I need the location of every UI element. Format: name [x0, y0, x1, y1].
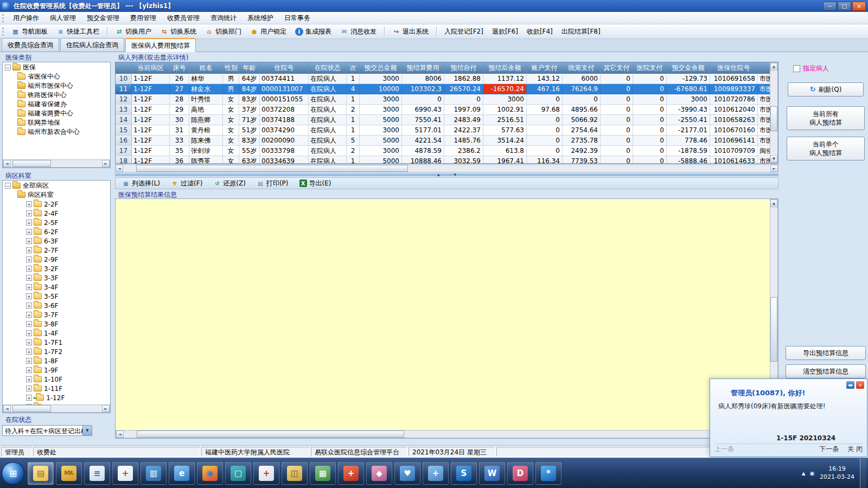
expand-toggle[interactable]: + [26, 201, 32, 207]
insurance-tree-item[interactable]: 福州市新农合中心 [3, 127, 110, 137]
input-method-icon[interactable]: ▣ [810, 471, 815, 476]
presettle-all-button[interactable]: 当前所有 病人预结算 [787, 106, 865, 130]
ie-icon[interactable]: e [169, 462, 195, 485]
next-message-link[interactable]: 下一条 [819, 445, 839, 454]
menu-daily-affairs[interactable]: 日常事务 [279, 12, 316, 24]
toolbar-grip[interactable] [2, 28, 4, 36]
ward-tree-item[interactable]: +3-4F [3, 282, 110, 292]
patient-row[interactable]: 151-12F31黄丹榕女51岁00374290在院病人130005177.01… [116, 125, 778, 136]
swoosh2-app-icon[interactable]: * [535, 462, 561, 485]
clear-presettle-button[interactable]: 清空预结算信息 [786, 364, 866, 378]
chrome-icon[interactable]: ◉ [197, 462, 223, 485]
filter-button[interactable]: ▼过滤(F) [169, 178, 205, 189]
ward-tree-item[interactable]: +2-5F [3, 218, 110, 227]
his-app-icon[interactable]: ♥ [394, 462, 420, 485]
column-header[interactable]: 预交金余额 [667, 62, 710, 74]
scroll-right-arrow[interactable]: ► [102, 405, 110, 412]
switch-user-button[interactable]: ⇄切换用户 [111, 25, 155, 38]
swoosh-app-icon[interactable]: S [451, 462, 477, 485]
patient-row[interactable]: 171-12F35张剑珍女55岁00333798在院病人230004878.59… [116, 146, 778, 156]
scroll-up-arrow[interactable]: ▲ [770, 63, 777, 70]
maximize-button[interactable]: □ [838, 2, 851, 11]
medical-app-icon[interactable]: + [253, 462, 279, 485]
ward-tree-item[interactable]: +3-5F [3, 292, 110, 301]
insurance-tree-hscrollbar[interactable]: ◄► [3, 159, 110, 168]
his-app2-icon[interactable]: + [423, 462, 449, 485]
integrated-reports-button[interactable]: i集成报表 [291, 25, 335, 38]
remote-desktop-icon[interactable]: ▢ [225, 462, 251, 485]
splitter-handle[interactable]: ▲ ▼ [437, 172, 456, 176]
expand-toggle[interactable]: + [26, 247, 32, 253]
expand-toggle[interactable]: + [26, 312, 32, 318]
insurance-tree-item[interactable]: 福建省保健办 [3, 100, 110, 109]
inpatient-status-combo[interactable]: 待入科+在院+病区登记出科 ▼ [2, 425, 92, 436]
specify-patient-option[interactable]: 指定病人 [793, 64, 829, 73]
switch-dept-button[interactable]: ⌂切换部门 [201, 25, 245, 38]
expand-toggle[interactable]: + [26, 238, 32, 244]
expand-toggle[interactable]: − [5, 65, 11, 70]
switch-system-button[interactable]: ⇆切换系统 [156, 25, 200, 38]
menu-grip[interactable] [2, 14, 4, 22]
ward-tree-item[interactable]: +1-7F1 [3, 338, 110, 347]
patient-row[interactable]: 181-12F36陈秀英女63岁00334639在院病人1500010888.4… [116, 156, 778, 164]
expand-toggle[interactable]: + [26, 367, 32, 373]
expand-toggle[interactable]: + [26, 293, 32, 299]
expand-toggle[interactable]: + [26, 358, 32, 364]
export-presettle-button[interactable]: 导出预结算信息 [786, 346, 866, 360]
exit-system-button[interactable]: ↪退出系统 [388, 25, 432, 38]
ward-tree-item[interactable]: +3-3F [3, 273, 110, 282]
column-header[interactable]: 次 [347, 62, 360, 74]
patient-row[interactable]: 101-12F26林华男64岁00374411在院病人1300080061862… [116, 74, 778, 84]
show-desktop-button[interactable] [860, 458, 866, 488]
tab-cashier-query[interactable]: 收费员综合查询 [2, 38, 59, 52]
close-message-link[interactable]: 关 闭 [847, 445, 863, 454]
ward-tree-item[interactable]: +3-6F [3, 301, 110, 310]
scroll-track[interactable] [770, 70, 777, 155]
expand-toggle[interactable]: + [26, 229, 32, 235]
restore-button[interactable]: ↺还原(Z) [211, 178, 248, 189]
expand-toggle[interactable]: + [26, 266, 32, 272]
column-header[interactable]: 姓名 [189, 62, 223, 74]
patient-row[interactable]: 161-12F33陈来佛女83岁00200090在院病人550004221.54… [116, 136, 778, 146]
menu-user-operations[interactable]: 用户操作 [8, 12, 44, 24]
notification-close-button[interactable]: × [856, 381, 864, 389]
insurance-tree-item[interactable]: 省医保中心 [3, 72, 110, 81]
refund-button[interactable]: 退款[F6] [488, 25, 522, 38]
sql-studio-icon[interactable]: ◫ [282, 462, 308, 485]
tab-inpatient-query[interactable]: 住院病人综合查询 [60, 38, 124, 52]
expand-toggle[interactable]: + [26, 321, 32, 327]
tray-expand-icon[interactable]: ▲ [802, 471, 806, 476]
scroll-thumb[interactable] [137, 431, 405, 438]
menu-fee-management[interactable]: 费用管理 [125, 12, 162, 24]
column-header[interactable]: 住院号 [260, 62, 309, 74]
patient-row[interactable]: 141-12F30陈燕卿女71岁00374188在院病人150007550.41… [116, 115, 778, 125]
ward-tree-item[interactable]: +►1-12F [3, 393, 110, 402]
expand-toggle[interactable]: + [26, 386, 32, 391]
export-button[interactable]: X导出(E) [297, 178, 334, 189]
notepad-app-icon[interactable]: ≡ [84, 462, 110, 485]
column-header[interactable]: 预结自付 [444, 62, 483, 74]
table-vscrollbar[interactable]: ▲▼ [770, 62, 778, 163]
scroll-track[interactable] [11, 405, 102, 412]
menu-query-statistics[interactable]: 查询统计 [205, 12, 242, 24]
ward-tree-item[interactable]: +2-4F [3, 209, 110, 218]
chart-app-icon[interactable]: ▥ [141, 462, 167, 485]
sql-app-icon[interactable]: SQL [56, 462, 82, 485]
column-header[interactable]: 床号 [170, 62, 189, 74]
scroll-track[interactable] [123, 165, 770, 172]
nav-panel-button[interactable]: ▦导航面板 [8, 25, 52, 38]
column-header[interactable]: 当前病区 [132, 62, 170, 74]
scroll-left-arrow[interactable]: ◄ [116, 165, 123, 172]
scroll-right-arrow[interactable]: ► [102, 160, 110, 167]
spreadsheet-app-icon[interactable]: ▦ [310, 462, 336, 485]
column-header[interactable]: 在院状态 [309, 62, 347, 74]
column-header[interactable]: 统筹支付 [563, 62, 601, 74]
scroll-track[interactable] [124, 431, 762, 438]
presettle-result-area[interactable]: ▲▼ ◄► [115, 198, 778, 439]
ward-tree-item[interactable]: +2-9F [3, 255, 110, 264]
column-header[interactable]: 医院支付 [633, 62, 667, 74]
menu-cashier-management[interactable]: 收费员管理 [162, 12, 205, 24]
tree-root-ward[interactable]: −全部病区 [3, 181, 110, 190]
folder-taskbar-icon[interactable]: ▤ [28, 462, 54, 485]
tree-root-insurance[interactable]: −医保 [3, 63, 110, 72]
